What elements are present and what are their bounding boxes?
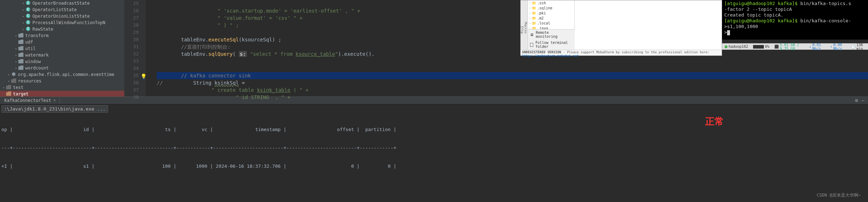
moba-folder-m2[interactable]: ⋯📁.m2: [528, 15, 574, 21]
class-icon: C: [25, 26, 31, 32]
chevron-icon[interactable]: ▸: [7, 79, 11, 83]
console-output: op | id | ts | vc | timestamp | offset |…: [1, 114, 867, 181]
class-icon: C: [25, 13, 31, 19]
chevron-icon[interactable]: ▸: [14, 34, 18, 37]
gutter-line-26[interactable]: 26: [124, 7, 139, 14]
code-editor[interactable]: 2526272829303132333435💡363738 " 'scan.st…: [124, 0, 868, 96]
code-line-38[interactable]: " id STRING , " +: [157, 94, 868, 101]
tree-item-operatorliststate[interactable]: ▸COperatorListState: [0, 6, 124, 13]
folder-icon: 📁: [532, 1, 536, 5]
gutter-line-30[interactable]: 30: [124, 36, 139, 43]
terminal-line: >s1,100,1000: [724, 24, 866, 30]
ssh-terminal[interactable]: [atguigu@hadoop102 kafka]$ bin/kafka-top…: [722, 0, 868, 40]
tree-item-resources[interactable]: ▸resources: [0, 78, 124, 84]
status-host: hadoop102: [729, 45, 748, 49]
terminal-line: [atguigu@hadoop102 kafka]$ bin/kafka-con…: [724, 18, 866, 24]
status-cpu: 0%: [765, 45, 769, 49]
gutter-line-38[interactable]: 38: [124, 94, 139, 101]
chevron-icon[interactable]: ▸: [22, 8, 25, 12]
svg-point-10: [12, 72, 15, 76]
folder-icon: [18, 66, 24, 71]
gutter-line-28[interactable]: 28: [124, 22, 139, 29]
gutter-line-37[interactable]: 37: [124, 86, 139, 94]
moba-sidebar[interactable]: Macros Sftp: [521, 0, 528, 55]
gutter-line-36[interactable]: 36: [124, 79, 139, 86]
annotation-label: 正常: [705, 115, 724, 128]
gutter-line-25[interactable]: 25: [124, 0, 139, 7]
tree-item-rawstate[interactable]: ▸CRawState: [0, 26, 124, 32]
moba-folder-local[interactable]: ⋯📁.local: [528, 21, 574, 26]
follow-checkbox[interactable]: [530, 43, 533, 47]
folder-icon: 📁: [532, 16, 536, 20]
moba-folder-sqline[interactable]: ⋯📁.sqline: [528, 5, 574, 10]
code-line-32[interactable]: tableEnv.sqlQuery( s: "select * from kso…: [157, 50, 868, 58]
run-tab-kafkaconnector[interactable]: KafkaConnectorTest ×: [1, 97, 60, 104]
chevron-icon[interactable]: ▸: [14, 53, 18, 57]
monitor-icon: 🖥: [530, 33, 534, 37]
tree-item-operatorunionliststate[interactable]: ▸COperatorUnionListState: [0, 13, 124, 19]
moba-tab-sftp[interactable]: Sftp: [520, 5, 524, 55]
chevron-icon[interactable]: ▸: [14, 60, 18, 63]
status-netup: 0.00 Mb/s: [833, 43, 846, 51]
moba-tab-macros[interactable]: Macros: [524, 1, 528, 55]
tree-item-util[interactable]: ▸util: [0, 45, 124, 52]
chevron-icon[interactable]: ▸: [22, 14, 25, 18]
code-line-33[interactable]: [157, 58, 868, 65]
folder-icon: [18, 46, 24, 51]
watermark: CSDN @原来是大华啊~: [816, 192, 861, 198]
status-mem: 5.01 GB / 9.75 GB: [780, 43, 804, 51]
console-command: :\Java\jdk1.8.0_231\bin\java.exe ...: [1, 105, 108, 113]
svg-text:C: C: [27, 1, 29, 5]
gutter-line-29[interactable]: 29: [124, 29, 139, 36]
mobaxterm-panel: Macros Sftp ⋯📁.ssh⋯📁.sqline⋯📁.pki⋯📁.m2⋯📁…: [520, 0, 722, 56]
gutter-line-33[interactable]: 33: [124, 58, 139, 65]
tree-item-processallwindowfunctiontopn[interactable]: ▸CProcessAllWindowFunctionTopN: [0, 19, 124, 26]
chevron-icon[interactable]: ▸: [7, 73, 11, 76]
tree-item-org-apache-flink-api-common-eventtime[interactable]: ▸org.apache.flink.api.common.eventtime: [0, 71, 124, 78]
folder-icon: [18, 33, 24, 39]
run-console[interactable]: :\Java\jdk1.8.0_231\bin\java.exe ... op …: [0, 104, 868, 202]
code-line-35[interactable]: // kafka connector sink: [157, 72, 868, 79]
class-icon: C: [25, 7, 31, 13]
svg-text:C: C: [27, 8, 29, 11]
folder-dark-icon: [11, 78, 17, 84]
chevron-icon[interactable]: ▸: [22, 27, 25, 31]
terminal-line: -factor 2 --topic topicA: [724, 6, 866, 12]
gutter-line-32[interactable]: 32: [124, 50, 139, 58]
folder-icon: [18, 40, 24, 45]
moba-status-bar: UNREGISTERED VERSION - Please support Mo…: [521, 50, 722, 55]
tree-item-udf[interactable]: udf: [0, 39, 124, 45]
code-line-34[interactable]: [157, 65, 868, 72]
tree-item-operatorbroadcaststate[interactable]: ▾COperatorBroadcastState: [0, 0, 124, 6]
moba-folder-pki[interactable]: ⋯📁.pki: [528, 10, 574, 15]
chevron-icon[interactable]: ▾: [22, 1, 25, 5]
gutter-line-31[interactable]: 31: [124, 43, 139, 50]
chevron-icon[interactable]: ▸: [14, 66, 18, 70]
svg-text:C: C: [27, 21, 29, 24]
project-tree[interactable]: ▾COperatorBroadcastState▸COperatorListSt…: [0, 0, 124, 96]
tree-item-watermark[interactable]: ▸watermark: [0, 52, 124, 58]
chevron-icon[interactable]: ▸: [14, 47, 18, 50]
tree-item-wordcount[interactable]: ▸wordcount: [0, 65, 124, 71]
moba-folder-ssh[interactable]: ⋯📁.ssh: [528, 0, 574, 5]
target-icon: [6, 91, 12, 96]
gutter-line-27[interactable]: 27: [124, 14, 139, 22]
remote-monitoring-button[interactable]: 🖥 Remote monitoring: [528, 30, 575, 40]
code-line-37[interactable]: " create table ksink_table ( " +: [157, 86, 868, 94]
follow-label: Follow terminal folder: [535, 41, 573, 49]
gutter-line-35[interactable]: 35💡: [124, 72, 139, 79]
code-line-36[interactable]: // String ksinkSql =: [157, 79, 868, 86]
moba-link[interactable]: https://mobaxterm.mobatek.net: [522, 54, 579, 58]
chevron-icon[interactable]: ▸: [2, 86, 6, 89]
folder-icon: 📁: [532, 21, 536, 25]
tree-item-window[interactable]: ▸window: [0, 58, 124, 65]
close-icon[interactable]: ×: [53, 98, 56, 103]
terminal-line: [atguigu@hadoop102 kafka]$ bin/kafka-top…: [724, 1, 866, 6]
folder-icon: 📁: [532, 6, 536, 10]
tree-item-test[interactable]: ▸test: [0, 84, 124, 91]
folder-icon: [18, 59, 24, 64]
gutter-line-34[interactable]: 34: [124, 65, 139, 72]
tree-item-target[interactable]: target: [0, 91, 124, 96]
chevron-icon[interactable]: ▸: [22, 21, 25, 24]
tree-item-transform[interactable]: ▸transform: [0, 32, 124, 39]
